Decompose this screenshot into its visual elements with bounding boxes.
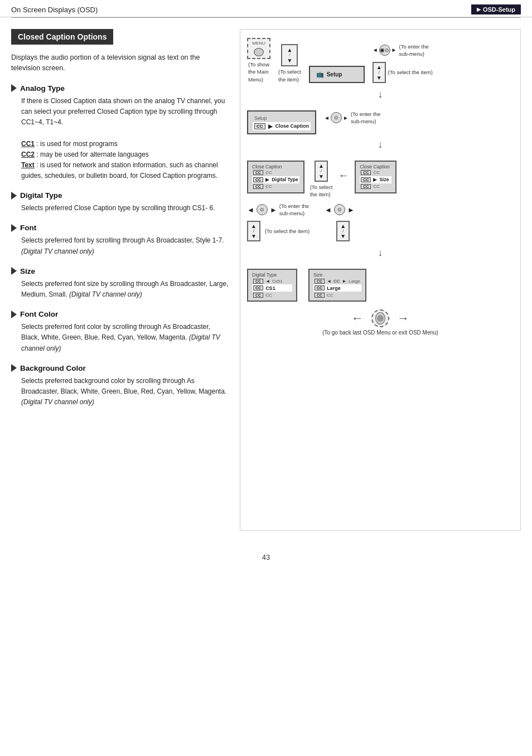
size-row: CC ▶ Size	[360, 176, 391, 183]
subsection-title-digital: Digital Type	[20, 191, 62, 200]
subsection-body-analog: If there is Closed Caption data shown on…	[11, 96, 229, 182]
subsection-title-font: Font	[20, 224, 36, 232]
size-row3: CC CC	[313, 292, 361, 298]
select-item-annotation-1: (To select the item)	[388, 69, 433, 76]
updown-btn-3: ▲ / ▼	[315, 161, 328, 182]
digital-type-row: CC ▶ Digital Type	[252, 176, 299, 183]
exit-button	[371, 309, 389, 327]
updown-arrows: ▲ / ▼	[287, 47, 292, 64]
subsection-header-font-color: Font Color	[11, 310, 229, 318]
down-arrow-2: ↓	[247, 139, 514, 151]
updown-arrows-3b: ▲ / ▼	[251, 223, 257, 240]
subsection-header-bg-color: Background Color	[11, 364, 229, 372]
section2-right: ◄ ⊙ ► (To enter thesub-menu)	[324, 110, 380, 125]
cc-screen-left-title: Close Caption	[252, 164, 299, 169]
subsection-title-size: Size	[20, 267, 35, 275]
arrow-icon-font-color	[11, 311, 17, 318]
main-content: Closed Caption Options Displays the audi…	[0, 18, 532, 542]
bg-color-body-text: Selects preferred background color by sc…	[21, 376, 229, 408]
subsection-body-font-color: Selects preferred font color by scrollin…	[11, 322, 229, 354]
size-submenu-title: Size	[313, 272, 361, 278]
enter-submenu-annotation-2: (To enter thesub-menu)	[351, 110, 380, 125]
updown-annotation: (To selectthe item)	[278, 68, 301, 83]
select-item-annotation-3b: (To select the item)	[265, 227, 309, 235]
cc-screen-right-title: Close Caption	[360, 164, 391, 169]
subsection-font: Font Selects preferred font by scrolling…	[11, 224, 229, 256]
subsection-size: Size Selects preferred font size by scro…	[11, 267, 229, 300]
cc-badge-4: CC	[253, 184, 263, 189]
lr-arrows-1: ◄ ⊙ ►	[373, 45, 397, 56]
page-number: 43	[0, 542, 532, 567]
font-color-body-text: Selects preferred font color by scrollin…	[21, 322, 229, 354]
arrow-icon-font	[11, 224, 17, 232]
subsection-header-font: Font	[11, 224, 229, 232]
subsection-font-color: Font Color Selects preferred font color …	[11, 310, 229, 354]
down-arrow-1: ↓	[247, 89, 514, 100]
page-header: On Screen Displays (OSD) OSD-Setup	[0, 0, 532, 17]
section-title: Closed Caption Options	[11, 29, 113, 45]
subsection-header-analog: Analog Type	[11, 84, 229, 93]
cc-badge-1: CC	[254, 123, 265, 129]
select-item-annotation-3: (To selectthe item)	[310, 183, 333, 198]
diagram-section-4: Digital Type CC ◄ Cs51 CC CS1 CC CC	[247, 269, 514, 336]
exit-row: ← →	[247, 309, 514, 327]
diagram-section-2: Setup CC ▶ Close Caption ◄ ⊙ ►	[247, 110, 514, 151]
bg-color-note: (Digital TV channel only)	[21, 398, 94, 406]
updown-arrows-2: ▲ / ▼	[376, 64, 382, 81]
select-item-row-1: ▲ / ▼ (To select the item)	[373, 62, 433, 83]
updown-btn-3b: ▲ / ▼	[247, 221, 260, 242]
setup-screen-row: 📺 Setup	[315, 70, 359, 79]
subsection-body-font: Selects preferred font by scrolling thro…	[11, 235, 229, 256]
setup-screen: 📺 Setup	[309, 66, 365, 83]
screen2-header: Setup	[253, 114, 311, 122]
analog-cc2: CC2 : may be used for alternate language…	[21, 149, 229, 160]
cc-digital-row: CC CC	[252, 169, 299, 176]
size-badge3: CC	[315, 293, 325, 298]
cc-digital-screen-left: Close Caption CC CC CC ▶ Digital Type CC…	[247, 161, 304, 193]
screen2-cc-row: CC ▶ Close Caption	[253, 122, 311, 130]
enter-circle-1: ⊙	[379, 45, 390, 56]
cc-badge-7: CC	[361, 184, 371, 189]
diagram-section-1: MENU (To showthe MainMenu) ▲ / ▼ (To	[247, 38, 514, 100]
subsection-title-font-color: Font Color	[20, 310, 58, 318]
updown-btn-3c-wrap: ▲ / ▼	[336, 221, 350, 242]
font-note: (Digital TV channel only)	[21, 248, 94, 255]
header-left-text: On Screen Displays (OSD)	[11, 6, 98, 14]
analog-text: Text : is used for network and station i…	[21, 160, 229, 181]
enter-circle-2: ⊙	[331, 112, 342, 123]
select-item-section3: ▲ / ▼ (To select the item) ▲ / ▼	[247, 221, 514, 242]
right-column-diagram: MENU (To showthe MainMenu) ▲ / ▼ (To	[240, 29, 521, 531]
enter-submenu-section3: ◄ ⊙ ► (To enter thesub-menu) ◄ ⊙ ►	[247, 202, 514, 217]
dt-badge2: CC	[253, 285, 263, 290]
arrow-icon-analog	[11, 84, 17, 92]
cc-size-screen-right: Close Caption CC CC CC ▶ Size CC CC	[355, 161, 396, 193]
digital-type-submenu: Digital Type CC ◄ Cs51 CC CS1 CC CC	[247, 269, 297, 302]
subsection-header-digital: Digital Type	[11, 191, 229, 200]
arrow-icon-digital	[11, 192, 17, 200]
dt-badge1: CC	[253, 279, 263, 284]
subsection-body-bg-color: Selects preferred background color by sc…	[11, 376, 229, 408]
cc-badge-6: CC	[361, 177, 371, 182]
setup-cc-screen: Setup CC ▶ Close Caption	[247, 110, 316, 134]
subsection-analog-type: Analog Type If there is Closed Caption d…	[11, 84, 229, 182]
size-submenu: Size CC ◄ CC ► Large CC Large CC CC	[308, 269, 366, 302]
subsection-bg-color: Background Color Selects preferred backg…	[11, 364, 229, 408]
arrow-icon-size	[11, 267, 17, 275]
menu-annotation: (To showthe MainMenu)	[248, 61, 269, 83]
intro-text: Displays the audio portion of a televisi…	[11, 52, 229, 74]
cc-badge-2: CC	[253, 170, 263, 175]
arrow-icon-bg-color	[11, 364, 17, 372]
subsection-body-size: Selects preferred font size by scrolling…	[11, 279, 229, 300]
down-arrow-3: ↓	[247, 247, 514, 259]
cc-badge-3: CC	[253, 177, 263, 182]
enter-submenu-row-2: ◄ ⊙ ► (To enter thesub-menu)	[324, 110, 380, 125]
subsection-title-analog: Analog Type	[20, 84, 65, 93]
size-body-text: Selects preferred font size by scrolling…	[21, 279, 229, 300]
enter-submenu-annotation-3a: (To enter thesub-menu)	[279, 202, 309, 217]
size-row1: CC ◄ CC ► Large	[313, 278, 361, 284]
back-arrow-left: ←	[338, 169, 349, 182]
subsection-body-digital: Selects preferred Close Caption type by …	[11, 203, 229, 214]
enter-submenu-row-1: ◄ ⊙ ► (To enter thesub-menu)	[373, 43, 429, 58]
dt-row3: CC CC	[252, 292, 292, 298]
lr-arrows-2: ◄ ⊙ ►	[324, 112, 349, 123]
